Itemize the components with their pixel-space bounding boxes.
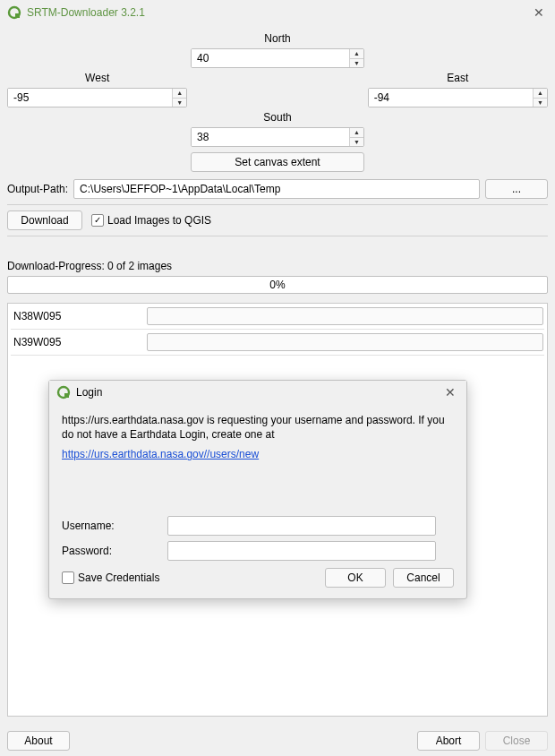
separator	[7, 236, 548, 236]
download-button[interactable]: Download	[7, 210, 82, 230]
separator	[7, 204, 548, 205]
load-images-label: Load Images to QGIS	[107, 214, 211, 227]
checkbox-icon[interactable]	[62, 571, 74, 584]
west-spinbox[interactable]: ▲▼	[7, 88, 187, 107]
window-title: SRTM-Downloader 3.2.1	[27, 6, 530, 19]
south-input[interactable]	[192, 128, 349, 146]
save-credentials-label: Save Credentials	[78, 571, 159, 584]
signup-link[interactable]: https://urs.earthdata.nasa.gov//users/ne…	[62, 448, 259, 460]
progress-bar: 0%	[7, 276, 548, 294]
ok-button[interactable]: OK	[325, 568, 386, 588]
dialog-titlebar: Login ✕	[49, 381, 466, 404]
dialog-title: Login	[76, 386, 441, 399]
username-input[interactable]	[167, 516, 436, 536]
qgis-icon	[56, 385, 71, 399]
close-icon[interactable]: ✕	[530, 5, 548, 20]
chevron-up-icon[interactable]: ▲	[350, 49, 363, 59]
save-credentials-checkbox[interactable]: Save Credentials	[62, 571, 159, 584]
chevron-down-icon[interactable]: ▼	[350, 138, 363, 147]
close-button[interactable]: Close	[485, 731, 548, 751]
close-icon[interactable]: ✕	[441, 385, 459, 399]
south-label: South	[187, 109, 367, 125]
load-images-checkbox[interactable]: ✓ Load Images to QGIS	[91, 214, 211, 227]
main-window: SRTM-Downloader 3.2.1 ✕ North ▲ ▼	[0, 0, 555, 756]
cancel-button[interactable]: Cancel	[393, 568, 454, 588]
progress-label: Download-Progress: 0 of 2 images	[7, 260, 548, 272]
west-label: West	[7, 70, 187, 86]
item-progress	[147, 333, 543, 351]
east-spinbox[interactable]: ▲▼	[368, 88, 548, 107]
north-input[interactable]	[192, 49, 349, 67]
output-path-input[interactable]	[73, 179, 480, 199]
footer: About Abort Close	[0, 731, 555, 751]
chevron-down-icon[interactable]: ▼	[173, 99, 186, 107]
chevron-up-icon[interactable]: ▲	[350, 128, 363, 138]
password-input[interactable]	[167, 541, 436, 561]
south-spinbox[interactable]: ▲▼	[191, 127, 364, 147]
titlebar: SRTM-Downloader 3.2.1 ✕	[0, 0, 555, 25]
svg-rect-3	[64, 393, 69, 398]
chevron-down-icon[interactable]: ▼	[350, 59, 363, 68]
login-instruction: https://urs.earthdata.nasa.gov is reques…	[62, 413, 454, 442]
item-progress	[147, 307, 543, 325]
north-label: North	[187, 30, 367, 47]
checkbox-icon[interactable]: ✓	[91, 214, 104, 227]
image-name: N38W095	[8, 310, 147, 322]
list-item: N38W095	[8, 304, 547, 329]
browse-button[interactable]: ...	[485, 179, 548, 199]
abort-button[interactable]: Abort	[417, 731, 480, 751]
north-spin-buttons[interactable]: ▲ ▼	[349, 49, 363, 67]
set-canvas-extent-button[interactable]: Set canvas extent	[191, 152, 364, 172]
chevron-up-icon[interactable]: ▲	[173, 89, 186, 99]
north-spinbox[interactable]: ▲ ▼	[191, 48, 364, 68]
chevron-up-icon[interactable]: ▲	[534, 89, 547, 99]
west-input[interactable]	[8, 89, 172, 107]
output-path-label: Output-Path:	[7, 183, 68, 195]
password-row: Password:	[62, 541, 454, 561]
download-row: Download ✓ Load Images to QGIS	[7, 210, 548, 230]
progress-percent: 0%	[269, 279, 285, 291]
dialog-body: https://urs.earthdata.nasa.gov is reques…	[49, 404, 466, 598]
qgis-icon	[7, 5, 21, 20]
east-input[interactable]	[369, 89, 533, 107]
image-name: N39W095	[8, 336, 147, 348]
about-button[interactable]: About	[7, 731, 70, 751]
extent-grid: North ▲ ▼ West East	[7, 30, 548, 172]
output-path-row: Output-Path: ...	[7, 179, 548, 199]
login-dialog: Login ✕ https://urs.earthdata.nasa.gov i…	[48, 380, 467, 599]
username-label: Username:	[62, 520, 158, 532]
username-row: Username:	[62, 516, 454, 536]
chevron-down-icon[interactable]: ▼	[534, 99, 547, 107]
east-label: East	[368, 70, 548, 86]
dialog-footer: Save Credentials OK Cancel	[62, 568, 454, 588]
content-area: North ▲ ▼ West East	[0, 25, 555, 717]
list-item: N39W095	[8, 330, 547, 355]
password-label: Password:	[62, 545, 158, 557]
svg-rect-1	[15, 13, 20, 18]
